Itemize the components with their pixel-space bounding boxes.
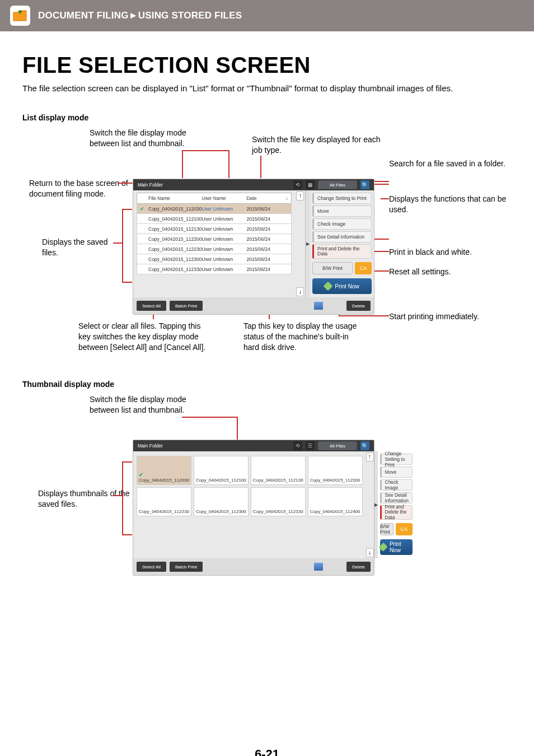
start-icon — [378, 543, 388, 552]
thumb-item[interactable]: Copy_04042015_112400 — [308, 487, 363, 516]
thumb-item[interactable]: Copy_04042015_112100 — [194, 456, 249, 485]
sort-icon[interactable]: ↓ — [285, 196, 291, 201]
start-icon — [324, 282, 333, 291]
mfp-panel-list: Main Folder ⟲ ▦ All Files 🔍 File Name Us… — [133, 179, 374, 314]
callout-selectall: Select or clear all files. Tapping this … — [78, 321, 213, 353]
file-row[interactable]: ✔Copy_04042015_112030User Unknown2015/06… — [137, 204, 292, 214]
breadcrumb: DOCUMENT FILING►USING STORED FILES — [0, 0, 534, 31]
thumb-item[interactable]: Copy_04042015_112230 — [137, 487, 191, 516]
list-header: File Name User Name Date ↓ — [137, 193, 292, 204]
file-row[interactable]: Copy_04042015_112100User Unknown2015/06/… — [137, 214, 292, 224]
subhead-thumb: Thumbnail display mode — [22, 380, 512, 389]
check-icon: ✔ — [139, 472, 143, 478]
scrollbar[interactable]: ⤒ ⤓ — [295, 190, 305, 297]
menu-move[interactable]: Move — [312, 206, 372, 217]
scroll-bottom-icon[interactable]: ⤓ — [366, 548, 374, 557]
thumb-item[interactable]: Copy_04042015_112330 — [251, 487, 306, 516]
callout-reset: Reset all settings. — [389, 267, 507, 277]
thumb-item[interactable]: Copy_04042015_112200 — [308, 456, 363, 485]
breadcrumb-text: DOCUMENT FILING►USING STORED FILES — [38, 10, 242, 21]
bw-print-button[interactable]: B/W Print — [380, 523, 394, 535]
filter-all[interactable]: All Files — [318, 441, 357, 450]
ca-button[interactable]: CA — [355, 262, 372, 274]
filter-all[interactable]: All Files — [318, 180, 357, 189]
check-icon: ✔ — [137, 206, 147, 212]
page-title: FILE SELECTION SCREEN — [22, 53, 512, 78]
menu-change-setting[interactable]: Change Setting to Print — [312, 193, 372, 204]
file-row[interactable]: Copy_04042015_112230User Unknown2015/06/… — [137, 244, 292, 254]
callout-thumbs: Displays thumbnails of the saved files. — [38, 488, 133, 510]
select-all-button[interactable]: Select All — [137, 301, 166, 311]
file-row[interactable]: Copy_04042015_112330User Unknown2015/06/… — [137, 264, 292, 274]
callout-startprint: Start printing immediately. — [389, 311, 507, 322]
callout-bw: Print in black and white. — [389, 247, 507, 258]
callout-switch-mode2: Switch the file display mode between lis… — [90, 394, 207, 416]
callout-switch-mode: Switch the file display mode between lis… — [90, 128, 207, 149]
folder-icon — [10, 6, 30, 26]
drawer-handle[interactable]: ▶ — [305, 190, 311, 297]
thumb-item[interactable]: Copy_04042015_112130 — [251, 456, 306, 485]
menu-change-setting[interactable]: Change Setting to Print — [380, 454, 413, 465]
menu-check-image[interactable]: Check Image — [312, 218, 372, 230]
folder-title: Main Folder — [138, 182, 290, 188]
delete-button[interactable]: Delete — [346, 562, 371, 572]
menu-print-delete[interactable]: Print and Delete the Data — [312, 244, 372, 259]
callout-functions: Displays the functions that can be used. — [389, 194, 507, 215]
print-now-button[interactable]: Print Now — [312, 278, 372, 294]
thumb-item[interactable]: ✔Copy_04042015_112030 — [137, 456, 191, 485]
grid-icon[interactable]: ▦ — [306, 180, 315, 189]
hdd-icon[interactable] — [314, 302, 323, 310]
page-number: 6-21 — [22, 747, 512, 756]
scroll-bottom-icon[interactable]: ⤓ — [296, 287, 304, 296]
file-row[interactable]: Copy_04042015_112200User Unknown2015/06/… — [137, 234, 292, 244]
ca-button[interactable]: CA — [396, 523, 413, 535]
scrollbar[interactable]: ⤒ ⤓ — [366, 451, 374, 558]
search-icon[interactable]: 🔍 — [360, 180, 369, 189]
list-icon[interactable]: ☰ — [306, 441, 315, 450]
up-icon[interactable]: ⟲ — [293, 180, 302, 189]
thumb-item[interactable]: Copy_04042015_112300 — [194, 487, 249, 516]
callout-job-type: Switch the file key displayed for each j… — [252, 134, 386, 156]
callout-return: Return to the base screen of document fi… — [29, 178, 130, 199]
folder-title: Main Folder — [138, 443, 290, 449]
intro-text: The file selection screen can be display… — [22, 83, 512, 93]
select-all-button[interactable]: Select All — [137, 562, 166, 572]
list-mode-diagram: Switch the file display mode between lis… — [22, 128, 512, 368]
search-icon[interactable]: 🔍 — [360, 441, 369, 450]
up-icon[interactable]: ⟲ — [293, 441, 302, 450]
batch-print-button[interactable]: Batch Print — [170, 562, 203, 572]
bw-print-button[interactable]: B/W Print — [312, 262, 353, 274]
drawer-handle[interactable]: ▶ — [374, 451, 378, 558]
menu-move[interactable]: Move — [380, 466, 413, 478]
thumb-mode-diagram: Switch the file display mode between lis… — [22, 394, 512, 607]
callout-search: Search for a file saved in a folder. — [389, 158, 507, 169]
file-row[interactable]: Copy_04042015_112130User Unknown2015/06/… — [137, 224, 292, 234]
subhead-list: List display mode — [22, 113, 512, 122]
batch-print-button[interactable]: Batch Print — [170, 301, 203, 311]
callout-hdd: Tap this key to display the usage status… — [243, 321, 361, 353]
menu-detail[interactable]: See Detail Information — [380, 492, 413, 503]
menu-check-image[interactable]: Check Image — [380, 479, 413, 491]
menu-detail[interactable]: See Detail Information — [312, 231, 372, 242]
print-now-button[interactable]: Print Now — [380, 539, 413, 555]
callout-savedfiles: Displays the saved files. — [42, 237, 126, 258]
hdd-icon[interactable] — [314, 563, 323, 571]
file-row[interactable]: Copy_04042015_112300User Unknown2015/06/… — [137, 254, 292, 264]
scroll-top-icon[interactable]: ⤒ — [366, 452, 374, 461]
delete-button[interactable]: Delete — [346, 301, 371, 311]
menu-print-delete[interactable]: Print and Delete the Data — [380, 505, 413, 520]
mfp-panel-thumb: Main Folder ⟲ ☰ All Files 🔍 ✔Copy_040420… — [133, 440, 374, 575]
scroll-top-icon[interactable]: ⤒ — [296, 192, 304, 200]
